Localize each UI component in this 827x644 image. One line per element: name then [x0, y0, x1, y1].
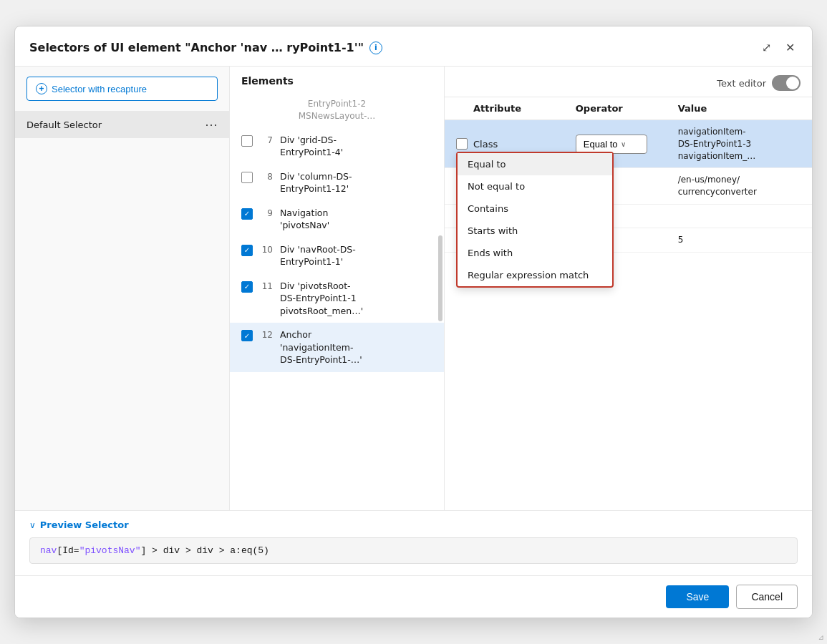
- attribute-value: /en-us/money/currencyconverter: [678, 174, 801, 198]
- operator-dropdown-button[interactable]: Equal to ∨: [576, 135, 647, 154]
- selector-dialog: Selectors of UI element "Anchor 'nav … r…: [14, 26, 813, 618]
- operator-dropdown-menu: Equal to Not equal to Contains Starts wi…: [456, 152, 614, 288]
- attribute-column-headers: Attribute Operator Value: [445, 97, 812, 120]
- list-item[interactable]: 10 Div 'navRoot-DS-EntryPoint1-1': [230, 238, 444, 274]
- selector-item-label: Default Selector: [26, 119, 102, 130]
- scroll-handle[interactable]: [438, 235, 442, 321]
- dropdown-option-ends-with[interactable]: Ends with: [458, 242, 612, 264]
- preview-equals: =: [74, 545, 79, 556]
- save-button[interactable]: Save: [666, 585, 729, 608]
- list-item[interactable]: 9 Navigation'pivotsNav': [230, 201, 444, 238]
- list-item[interactable]: 7 Div 'grid-DS-EntryPoint1-4': [230, 128, 444, 165]
- attribute-value: navigationItem-DS-EntryPoint1-3navigatio…: [678, 126, 801, 162]
- element-checkbox[interactable]: [241, 245, 253, 256]
- dropdown-option-contains[interactable]: Contains: [458, 197, 612, 220]
- right-panel-header: Text editor: [445, 67, 812, 97]
- right-panel: Text editor Attribute Operator Value Cla…: [445, 67, 812, 510]
- operator-col-header: Operator: [576, 103, 678, 114]
- plus-icon: +: [36, 83, 47, 94]
- element-checkbox[interactable]: [241, 281, 253, 293]
- add-selector-label: Selector with recapture: [52, 84, 147, 94]
- list-item[interactable]: 8 Div 'column-DS-EntryPoint1-12': [230, 165, 444, 201]
- dialog-title: Selectors of UI element "Anchor 'nav … r…: [29, 41, 382, 54]
- element-checkbox[interactable]: [241, 172, 253, 183]
- preview-header[interactable]: ∨ Preview Selector: [29, 519, 798, 530]
- preview-nav: nav: [40, 545, 57, 556]
- preview-code-box: nav[Id="pivotsNav"] > div > div > a:eq(5…: [29, 537, 798, 564]
- dropdown-arrow-icon: ∨: [621, 140, 626, 148]
- text-editor-toggle: Text editor: [717, 75, 801, 91]
- list-item[interactable]: 11 Div 'pivotsRoot-DS-EntryPoint1-1pivot…: [230, 274, 444, 323]
- preview-section: ∨ Preview Selector nav[Id="pivotsNav"] >…: [15, 510, 812, 575]
- preview-label: Preview Selector: [40, 519, 129, 530]
- text-editor-label: Text editor: [717, 78, 766, 89]
- element-checkbox[interactable]: [241, 135, 253, 147]
- element-checkbox[interactable]: [241, 208, 253, 220]
- row-checkbox[interactable]: [456, 138, 468, 150]
- kebab-menu-button[interactable]: ⋯: [205, 118, 218, 131]
- operator-value: Equal to: [584, 139, 618, 150]
- attribute-col-header: Attribute: [456, 103, 576, 114]
- info-icon[interactable]: i: [369, 42, 382, 54]
- center-panel: Elements EntryPoint1-2MSNewsLayout-… 7 D…: [230, 67, 445, 510]
- text-editor-switch[interactable]: [772, 75, 801, 91]
- preview-value: "pivotsNav": [79, 545, 141, 556]
- attribute-name: Class: [473, 139, 576, 150]
- preview-chevron-icon: ∨: [29, 520, 36, 530]
- element-checkbox[interactable]: [241, 330, 253, 341]
- dropdown-option-starts-with[interactable]: Starts with: [458, 220, 612, 242]
- cancel-button[interactable]: Cancel: [736, 585, 798, 609]
- dialog-body: + Selector with recapture Default Select…: [15, 67, 812, 510]
- preview-rest: > div > div > a:eq(5): [146, 545, 269, 556]
- operator-dropdown: Equal to ∨: [576, 135, 678, 154]
- add-selector-button[interactable]: + Selector with recapture: [26, 77, 218, 101]
- elements-list: EntryPoint1-2MSNewsLayout-… 7 Div 'grid-…: [230, 92, 444, 510]
- value-col-header: Value: [678, 103, 801, 114]
- list-item[interactable]: EntryPoint1-2MSNewsLayout-…: [230, 92, 444, 128]
- dialog-footer: Save Cancel ⊿: [15, 575, 812, 618]
- dropdown-option-equal-to[interactable]: Equal to: [458, 153, 612, 175]
- dialog-title-text: Selectors of UI element "Anchor 'nav … r…: [29, 41, 364, 54]
- header-actions: ⤢ ✕: [759, 38, 798, 57]
- expand-button[interactable]: ⤢: [759, 38, 774, 57]
- dialog-header: Selectors of UI element "Anchor 'nav … r…: [15, 26, 812, 67]
- dropdown-option-regex[interactable]: Regular expression match: [458, 264, 612, 286]
- close-button[interactable]: ✕: [783, 38, 798, 57]
- attribute-value: 5: [678, 234, 801, 246]
- preview-id-attr: Id: [62, 545, 74, 556]
- left-panel: + Selector with recapture Default Select…: [15, 67, 230, 510]
- default-selector-item[interactable]: Default Selector ⋯: [15, 111, 229, 138]
- list-item[interactable]: 12 Anchor'navigationItem-DS-EntryPoint1-…: [230, 323, 444, 372]
- elements-header: Elements: [230, 67, 444, 92]
- attribute-row: Class Equal to ∨ navigationItem-DS-Entry…: [445, 120, 812, 168]
- dropdown-option-not-equal-to[interactable]: Not equal to: [458, 175, 612, 197]
